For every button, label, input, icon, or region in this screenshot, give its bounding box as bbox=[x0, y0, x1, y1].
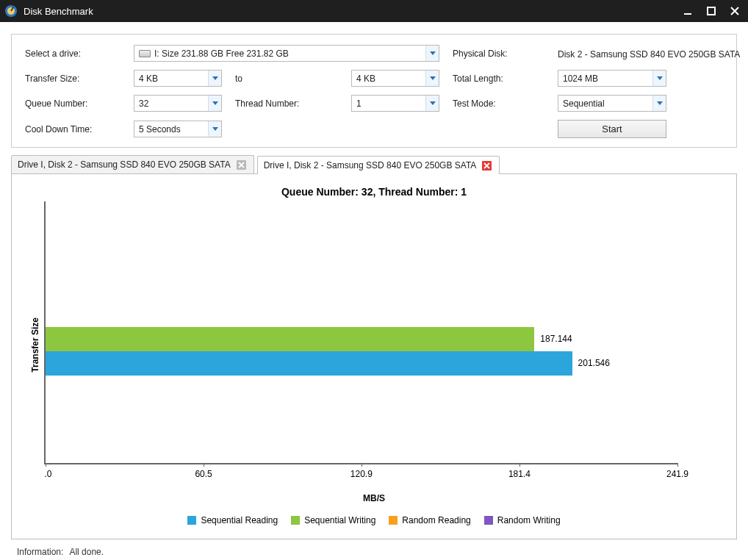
label-cool-down: Cool Down Time: bbox=[25, 124, 121, 134]
tab-label: Drive I, Disk 2 - Samsung SSD 840 EVO 25… bbox=[264, 160, 477, 170]
close-button[interactable] bbox=[726, 4, 744, 18]
label-physical-disk: Physical Disk: bbox=[453, 49, 544, 59]
tabstrip: Drive I, Disk 2 - Samsung SSD 840 EVO 25… bbox=[4, 155, 744, 173]
chart-y-label: Transfer Size bbox=[26, 198, 44, 491]
legend-item: Random Reading bbox=[389, 515, 470, 525]
legend-swatch bbox=[291, 516, 300, 525]
close-tab-icon[interactable] bbox=[237, 160, 246, 170]
legend-item: Sequential Reading bbox=[187, 515, 278, 525]
test-mode-select[interactable]: Sequential bbox=[558, 95, 666, 112]
legend-swatch bbox=[484, 516, 493, 525]
label-total-length: Total Length: bbox=[453, 73, 544, 84]
drive-select[interactable]: I: Size 231.88 GB Free 231.82 GB bbox=[134, 45, 439, 62]
bar-value-label: 201.546 bbox=[572, 358, 610, 368]
chevron-down-icon[interactable] bbox=[425, 71, 439, 86]
chevron-down-icon[interactable] bbox=[425, 46, 439, 61]
x-tick-label: 60.5 bbox=[195, 469, 212, 479]
label-thread-number: Thread Number: bbox=[235, 98, 338, 109]
status-bar: Information: All done. bbox=[4, 542, 744, 560]
legend-label: Random Writing bbox=[497, 515, 561, 525]
status-text: All done. bbox=[69, 547, 104, 557]
chart-title: Queue Number: 32, Thread Number: 1 bbox=[26, 186, 722, 198]
queue-number-select[interactable]: 32 bbox=[134, 95, 222, 112]
svg-rect-3 bbox=[684, 13, 691, 15]
chevron-down-icon[interactable] bbox=[652, 71, 666, 86]
chevron-down-icon[interactable] bbox=[208, 71, 221, 86]
chart-bar bbox=[46, 327, 534, 351]
settings-panel: Select a drive: I: Size 231.88 GB Free 2… bbox=[11, 34, 737, 148]
window-title: Disk Benchmark bbox=[24, 6, 673, 17]
x-tick-label: 241.9 bbox=[666, 469, 688, 479]
minimize-button[interactable] bbox=[679, 4, 697, 18]
legend-label: Sequential Writing bbox=[304, 515, 375, 525]
tab-label: Drive I, Disk 2 - Samsung SSD 840 EVO 25… bbox=[18, 159, 231, 170]
x-tick-label: 120.9 bbox=[350, 469, 373, 479]
chevron-down-icon[interactable] bbox=[425, 96, 439, 111]
physical-disk-value: Disk 2 - Samsung SSD 840 EVO 250GB SATA bbox=[558, 48, 666, 60]
window-root: Disk Benchmark Select a drive: I: Size 2… bbox=[0, 0, 748, 560]
chart-legend: Sequential ReadingSequential WritingRand… bbox=[26, 515, 722, 525]
label-transfer-size: Transfer Size: bbox=[25, 73, 121, 84]
cool-down-select[interactable]: 5 Seconds bbox=[134, 121, 222, 137]
label-queue-number: Queue Number: bbox=[25, 98, 121, 109]
label-to: to bbox=[235, 73, 338, 84]
thread-number-select[interactable]: 1 bbox=[351, 95, 439, 112]
label-test-mode: Test Mode: bbox=[453, 98, 544, 109]
chart-panel: Queue Number: 32, Thread Number: 1 Trans… bbox=[11, 173, 737, 539]
maximize-button[interactable] bbox=[702, 4, 720, 18]
bar-value-label: 187.144 bbox=[534, 334, 572, 344]
legend-item: Sequential Writing bbox=[291, 515, 375, 525]
legend-swatch bbox=[187, 516, 196, 525]
legend-item: Random Writing bbox=[484, 515, 561, 525]
drive-icon bbox=[139, 50, 151, 57]
svg-rect-4 bbox=[708, 7, 715, 15]
transfer-size-from[interactable]: 4 KB bbox=[134, 70, 222, 87]
label-select-drive: Select a drive: bbox=[25, 49, 121, 59]
content: Select a drive: I: Size 231.88 GB Free 2… bbox=[4, 25, 744, 560]
legend-label: Random Reading bbox=[402, 515, 470, 525]
close-tab-icon[interactable] bbox=[482, 161, 492, 170]
x-tick-label: 181.4 bbox=[508, 469, 531, 479]
chevron-down-icon[interactable] bbox=[208, 121, 221, 137]
result-tab[interactable]: Drive I, Disk 2 - Samsung SSD 840 EVO 25… bbox=[11, 155, 254, 173]
chevron-down-icon[interactable] bbox=[208, 96, 221, 111]
app-icon bbox=[4, 4, 18, 18]
status-label: Information: bbox=[17, 547, 63, 557]
plot-area: 0.060.5120.9181.4241.94KB187.144201.546 bbox=[44, 201, 677, 464]
total-length-select[interactable]: 1024 MB bbox=[558, 70, 666, 87]
chart-area: Transfer Size 0.060.5120.9181.4241.94KB1… bbox=[26, 198, 722, 491]
result-tab-active[interactable]: Drive I, Disk 2 - Samsung SSD 840 EVO 25… bbox=[257, 156, 500, 174]
titlebar: Disk Benchmark bbox=[0, 0, 748, 22]
chart-x-label: MB/S bbox=[26, 493, 722, 503]
legend-label: Sequential Reading bbox=[201, 515, 278, 525]
transfer-size-to[interactable]: 4 KB bbox=[351, 70, 439, 87]
x-tick-label: 0.0 bbox=[44, 469, 51, 479]
chart-bar bbox=[46, 351, 572, 376]
legend-swatch bbox=[389, 516, 398, 525]
start-button[interactable]: Start bbox=[558, 120, 666, 138]
chevron-down-icon[interactable] bbox=[652, 96, 666, 111]
